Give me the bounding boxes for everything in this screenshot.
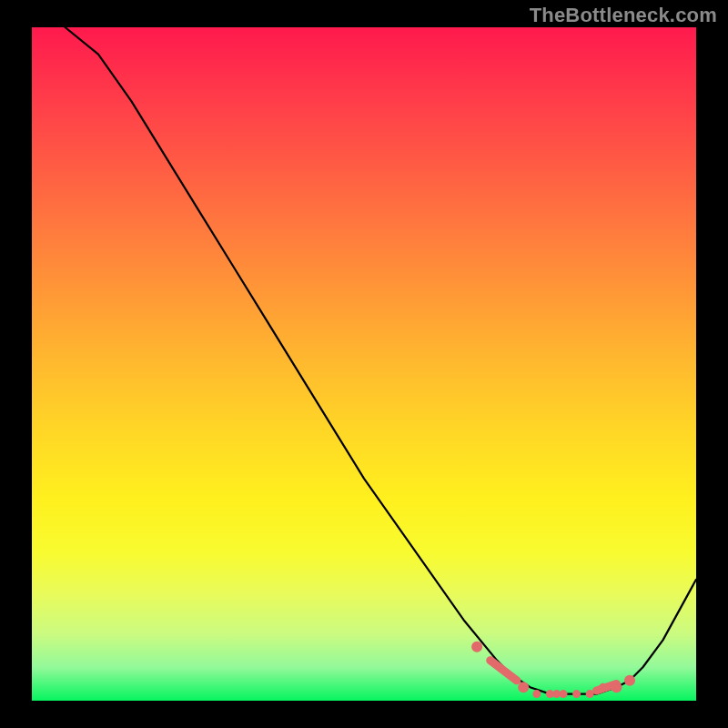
curve-svg <box>32 27 696 701</box>
valley-marker <box>572 690 581 698</box>
valley-marker <box>611 682 622 693</box>
valley-marker <box>599 683 607 692</box>
valley-marker <box>471 642 482 652</box>
valley-marker <box>586 690 594 698</box>
valley-pill <box>490 661 517 681</box>
valley-marker <box>546 690 554 698</box>
valley-marker <box>560 690 568 698</box>
valley-marker <box>552 690 561 698</box>
plot-area <box>32 27 696 701</box>
bottleneck-curve-path <box>66 27 697 694</box>
valley-marker <box>624 675 635 686</box>
valley-markers <box>471 642 635 698</box>
valley-pill <box>597 684 617 691</box>
chart-container: TheBottleneck.com <box>0 0 728 728</box>
valley-marker <box>532 690 541 698</box>
valley-marker <box>518 682 529 693</box>
watermark-text: TheBottleneck.com <box>530 4 717 27</box>
